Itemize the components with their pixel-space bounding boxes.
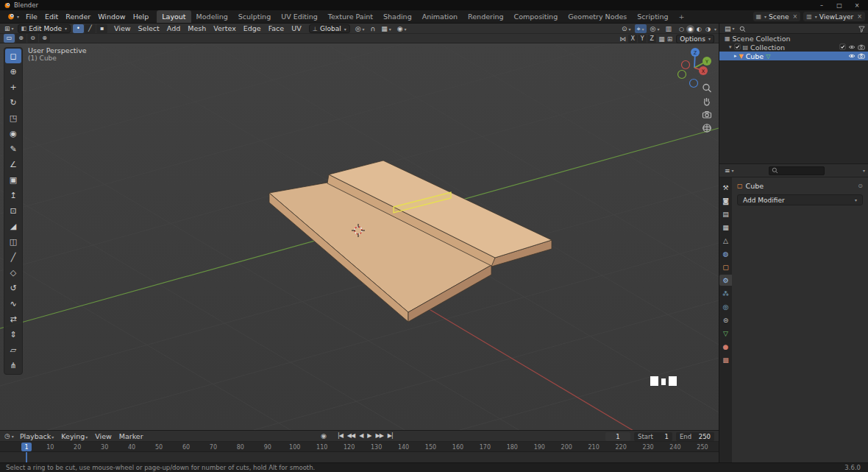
frame-end-field[interactable]: End250 [676, 432, 714, 441]
tool-measure[interactable]: ∠ [5, 157, 21, 172]
jump-to-start-button[interactable]: |◀ [335, 432, 345, 439]
shading-dropdown[interactable]: ▾ [714, 27, 716, 32]
menu-help[interactable]: Help [129, 13, 153, 21]
viewport-menu-edge[interactable]: Edge [240, 24, 265, 32]
show-gizmo-toggle[interactable]: ⌖▾ [635, 24, 647, 33]
vertex-select-button[interactable]: • [73, 24, 84, 33]
face-select-button[interactable]: ▪ [96, 24, 107, 33]
disable-render-toggle[interactable] [858, 52, 865, 60]
outliner-row-collection[interactable]: ▾ ▤ Collection [719, 43, 868, 52]
tool-poly-build[interactable]: ◇ [5, 265, 21, 280]
properties-search[interactable] [769, 166, 825, 175]
add-workspace-button[interactable]: + [674, 10, 690, 23]
timeline-menu-playback[interactable]: Playback▾ [16, 432, 57, 440]
tool-settings-icon[interactable]: ⊞ [667, 35, 673, 43]
viewlayer-selector[interactable]: ▥▾ ViewLayer × [803, 12, 865, 21]
set-select-mode-button[interactable]: ▭ [4, 34, 15, 43]
timeline-menu-view[interactable]: View [91, 432, 115, 440]
properties-tab-object[interactable]: ▢ [720, 261, 732, 272]
viewport-menu-uv[interactable]: UV [288, 24, 305, 32]
edge-select-button[interactable]: ╱ [85, 24, 96, 33]
tool-bevel[interactable]: ◢ [5, 219, 21, 233]
mirror-y-toggle[interactable]: Y [638, 35, 647, 43]
next-keyframe-button[interactable]: ▶▶ [373, 432, 385, 439]
zoom-button[interactable] [700, 82, 714, 94]
gizmo-axis-z-negative[interactable] [690, 80, 698, 88]
play-reverse-button[interactable]: ◀ [357, 432, 365, 439]
subtract-select-mode-button[interactable]: ⊖ [27, 34, 38, 43]
workspace-tab-modeling[interactable]: Modeling [191, 10, 233, 23]
outliner-editor-type-button[interactable]: ▤▾ [722, 25, 737, 32]
snap-settings-icon[interactable]: ▦ [658, 35, 665, 43]
filter-button[interactable] [858, 21, 865, 35]
intersect-select-mode-button[interactable]: ⊗ [39, 34, 50, 43]
hide-viewport-toggle[interactable] [848, 52, 855, 60]
hide-viewport-toggle[interactable] [848, 43, 855, 52]
viewport-menu-vertex[interactable]: Vertex [210, 24, 240, 32]
snap-toggle[interactable]: ∩ [369, 25, 378, 32]
menu-window[interactable]: Window [94, 13, 129, 21]
tool-spin[interactable]: ↺ [5, 281, 21, 295]
workspace-tab-compositing[interactable]: Compositing [509, 10, 563, 23]
properties-tab-constraints[interactable]: ⊜ [720, 314, 732, 325]
material-preview-shading-button[interactable]: ◐ [695, 25, 703, 33]
3d-viewport[interactable]: ◻⊕+↻◳◉✎∠▣↥⊡◢◫╱◇↺∿⇄⇕▱⋔ User Perspective (… [0, 43, 719, 430]
viewlayer-remove-button[interactable]: × [857, 13, 862, 20]
disable-render-toggle[interactable] [858, 43, 865, 52]
maximize-button[interactable]: □ [832, 2, 847, 9]
tool-transform[interactable]: ◉ [5, 126, 21, 141]
tool-edge-slide[interactable]: ⇄ [5, 311, 21, 326]
solid-shading-button[interactable]: ◉ [686, 25, 694, 33]
play-button[interactable]: ▶ [365, 432, 373, 439]
menu-edit[interactable]: Edit [41, 13, 62, 21]
tool-inset-faces[interactable]: ⊡ [5, 203, 21, 218]
toggle-perspective-button[interactable] [700, 121, 714, 134]
workspace-tab-texture-paint[interactable]: Texture Paint [323, 10, 378, 23]
frame-start-field[interactable]: Start1 [634, 432, 672, 441]
scene-unlink-button[interactable]: × [793, 13, 798, 20]
tool-select-box[interactable]: ◻ [5, 49, 21, 63]
orientation-dropdown[interactable]: ⊥Global▾ [309, 24, 350, 33]
tool-rip-region[interactable]: ⋔ [5, 358, 21, 373]
pan-button[interactable] [700, 95, 714, 108]
viewport-menu-face[interactable]: Face [265, 24, 288, 32]
tool-shear[interactable]: ▱ [5, 342, 21, 357]
mirror-z-toggle[interactable]: Z [647, 35, 656, 43]
properties-search-input[interactable] [780, 167, 822, 175]
timeline-menu-marker[interactable]: Marker [115, 432, 147, 440]
properties-tab-texture[interactable]: ▩ [720, 354, 732, 365]
workspace-tab-sculpting[interactable]: Sculpting [233, 10, 276, 23]
add-modifier-button[interactable]: Add Modifier ▾ [737, 194, 863, 205]
timeline-editor-type-button[interactable]: ◷▾ [2, 432, 16, 440]
properties-tab-output[interactable]: ▤ [720, 208, 732, 219]
editor-type-button[interactable]: ⊞▾ [2, 25, 16, 32]
current-frame-field[interactable]: 1 [605, 432, 630, 441]
tool-add-cube[interactable]: ▣ [5, 172, 21, 187]
tool-knife[interactable]: ╱ [5, 250, 21, 264]
gizmo-axis-x-negative[interactable] [682, 61, 690, 69]
menu-file[interactable]: File [22, 13, 41, 21]
expand-arrow-icon[interactable]: ▸ [734, 53, 737, 59]
close-button[interactable]: × [850, 2, 864, 9]
timeline-menu-keying[interactable]: Keying▾ [57, 432, 91, 440]
viewport-menu-add[interactable]: Add [163, 24, 184, 32]
tool-scale[interactable]: ◳ [5, 110, 21, 125]
extend-select-mode-button[interactable]: ⊕ [15, 34, 26, 43]
properties-tab-scene[interactable]: △ [720, 235, 732, 246]
outliner-search-button[interactable] [739, 21, 746, 35]
workspace-tab-rendering[interactable]: Rendering [463, 10, 509, 23]
properties-tab-modifiers[interactable]: ⚙ [719, 275, 732, 286]
viewport-menu-select[interactable]: Select [135, 24, 163, 32]
properties-editor-type-button[interactable]: ≡▾ [722, 167, 736, 175]
workspace-tab-animation[interactable]: Animation [417, 10, 463, 23]
playhead[interactable]: 1 [21, 443, 32, 451]
menu-render[interactable]: Render [62, 13, 94, 21]
outliner-row-cube[interactable]: ▸ ▼ Cube ▽ [719, 52, 868, 60]
collection-checkbox[interactable] [734, 43, 741, 52]
snap-dropdown[interactable]: ▦▾ [379, 25, 394, 32]
xray-toggle[interactable]: ▥ [663, 25, 674, 32]
jump-to-end-button[interactable]: ▶| [385, 432, 395, 439]
tool-move[interactable]: + [5, 80, 21, 94]
properties-tab-material[interactable]: ● [720, 341, 732, 352]
show-overlays-toggle[interactable]: ◎▾ [648, 25, 662, 32]
